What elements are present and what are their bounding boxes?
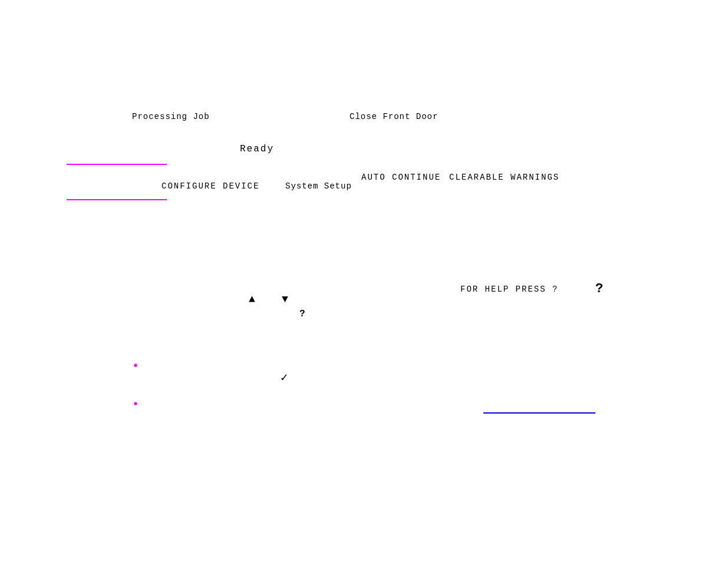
bullet-point-2: • xyxy=(132,398,139,411)
auto-continue-label[interactable]: AUTO CONTINUE xyxy=(361,173,441,182)
checkmark-icon[interactable]: ✓ xyxy=(281,370,288,385)
status-ready: Ready xyxy=(240,144,274,154)
help-button[interactable]: ? xyxy=(595,282,603,296)
blue-underline-decoration xyxy=(483,412,595,414)
system-setup-label[interactable]: System Setup xyxy=(285,181,352,191)
clearable-warnings-label[interactable]: CLEARABLE WARNINGS xyxy=(449,173,559,182)
configure-device-label[interactable]: CONFIGURE DEVICE xyxy=(162,181,259,191)
arrow-down-icon[interactable]: ▼ xyxy=(282,293,288,305)
magenta-line-top xyxy=(67,164,167,165)
bullet-point-1: • xyxy=(132,359,139,373)
page-container: Processing Job Close Front Door Ready CO… xyxy=(0,0,728,562)
help-press-text: FOR HELP PRESS ? xyxy=(460,285,558,294)
magenta-line-bottom xyxy=(67,199,167,200)
arrow-up-icon[interactable]: ▲ xyxy=(249,293,255,305)
menu-close-front-door[interactable]: Close Front Door xyxy=(350,112,438,121)
menu-processing-job[interactable]: Processing Job xyxy=(132,112,210,121)
question-mark-arrows-icon[interactable]: ? xyxy=(299,309,305,319)
